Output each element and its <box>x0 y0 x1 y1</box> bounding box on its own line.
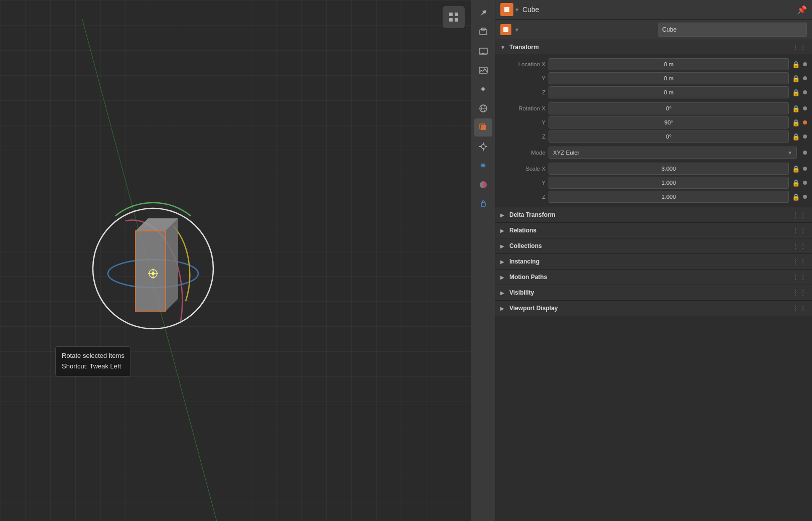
viewport-display-section[interactable]: ▶ Viewport Display ⋮⋮ <box>495 301 812 316</box>
image-icon <box>478 65 488 75</box>
svg-rect-2 <box>449 18 453 22</box>
instancing-arrow-icon: ▶ <box>500 259 506 265</box>
collections-dots: ⋮⋮ <box>792 242 807 250</box>
visibility-section[interactable]: ▶ Visibility ⋮⋮ <box>495 285 812 301</box>
sidebar-item-tools[interactable] <box>474 4 492 22</box>
transform-section-content: Location X 0 m 🔒 Y 0 m 🔒 Z 0 m 🔒 <box>495 54 812 207</box>
tooltip-line1: Rotate selected items <box>62 351 124 361</box>
delta-transform-section[interactable]: ▶ Delta Transform ⋮⋮ <box>495 207 812 223</box>
rotation-z-field[interactable]: 0° <box>549 131 789 143</box>
instancing-dots: ⋮⋮ <box>792 257 807 266</box>
sidebar-item-modifier[interactable] <box>474 138 492 156</box>
properties-panel: ▼ Cube 📌 ▼ ▼ Transform ⋮⋮ <box>495 0 812 521</box>
tooltip-line2: Shortcut: Tweak Left <box>62 361 124 372</box>
location-y-lock-icon[interactable]: 🔒 <box>792 75 800 82</box>
object-name-dropdown[interactable]: ▼ <box>514 27 655 33</box>
scale-y-lock-icon[interactable]: 🔒 <box>792 179 800 187</box>
solar-button[interactable] <box>443 6 465 28</box>
location-z-field[interactable]: 0 m <box>549 86 789 98</box>
physics-icon <box>478 180 488 190</box>
location-z-lock-icon[interactable]: 🔒 <box>792 89 800 96</box>
location-y-field[interactable]: 0 m <box>549 72 789 84</box>
svg-rect-6 <box>136 231 166 311</box>
sidebar-item-scene[interactable] <box>474 23 492 41</box>
transform-section-header[interactable]: ▼ Transform ⋮⋮ <box>495 40 812 54</box>
relations-dots: ⋮⋮ <box>792 226 807 234</box>
object-name-input[interactable] <box>658 23 807 37</box>
sidebar-item-object[interactable] <box>474 118 492 137</box>
mode-dropdown-arrow: ▼ <box>787 150 792 156</box>
rotation-y-label: Y <box>505 119 546 125</box>
relations-arrow-icon: ▶ <box>500 228 506 233</box>
scale-z-field[interactable]: 1.000 <box>549 191 789 203</box>
rotation-x-row: Rotation X 0° 🔒 <box>495 101 812 115</box>
location-x-field[interactable]: 0 m <box>549 58 789 70</box>
transform-section-title: Transform <box>509 44 789 51</box>
world-icon <box>478 103 488 113</box>
object-name-icon <box>500 24 511 35</box>
render-icon <box>478 46 488 56</box>
scale-x-field[interactable]: 3.000 <box>549 163 789 175</box>
viewport-display-arrow-icon: ▶ <box>500 306 506 311</box>
rotation-x-field[interactable]: 0° <box>549 102 789 114</box>
relations-section[interactable]: ▶ Relations ⋮⋮ <box>495 223 812 238</box>
object-name-row: ▼ <box>495 20 812 40</box>
rotation-y-field[interactable]: 90° <box>549 116 789 128</box>
sidebar-item-image[interactable] <box>474 61 492 79</box>
motion-paths-section[interactable]: ▶ Motion Paths ⋮⋮ <box>495 270 812 285</box>
transform-section-dots: ⋮⋮ <box>792 43 807 51</box>
viewport[interactable]: Rotate selected items Shortcut: Tweak Le… <box>0 0 471 521</box>
location-z-label: Z <box>505 89 546 95</box>
mode-label: Mode <box>505 150 546 156</box>
icon-sidebar: ✦ ⁕ <box>471 0 495 521</box>
scale-z-lock-icon[interactable]: 🔒 <box>792 193 800 201</box>
rotation-y-lock-icon[interactable]: 🔒 <box>792 119 800 126</box>
tools-icon <box>478 8 488 18</box>
rotation-y-dot <box>803 120 807 124</box>
svg-rect-30 <box>481 203 485 206</box>
motion-paths-title: Motion Paths <box>509 274 789 281</box>
scale-y-field[interactable]: 1.000 <box>549 177 789 189</box>
location-y-dot <box>803 76 807 80</box>
mode-row: Mode XYZ Euler ▼ <box>495 146 812 160</box>
scale-x-lock-icon[interactable]: 🔒 <box>792 165 800 173</box>
transform-arrow-icon: ▼ <box>500 45 506 50</box>
prop-title: Cube <box>522 6 794 14</box>
svg-rect-32 <box>503 27 508 32</box>
collections-section[interactable]: ▶ Collections ⋮⋮ <box>495 238 812 254</box>
prop-header: ▼ Cube 📌 <box>495 0 812 20</box>
axis-x-line <box>0 321 471 321</box>
pin-button[interactable]: 📌 <box>797 5 807 15</box>
collections-title: Collections <box>509 242 789 249</box>
location-z-dot <box>803 90 807 94</box>
sidebar-item-physics[interactable] <box>474 176 492 194</box>
header-object-icon <box>500 3 513 16</box>
rotation-x-label: Rotation X <box>505 105 546 111</box>
location-x-lock-icon[interactable]: 🔒 <box>792 61 800 68</box>
sidebar-item-world[interactable] <box>474 99 492 117</box>
svg-rect-0 <box>449 13 453 16</box>
rotation-x-dot <box>803 106 807 110</box>
header-dropdown[interactable]: ▼ <box>514 7 519 13</box>
rotate-tooltip: Rotate selected items Shortcut: Tweak Le… <box>55 346 131 376</box>
instancing-section[interactable]: ▶ Instancing ⋮⋮ <box>495 254 812 270</box>
scene-icon <box>478 27 488 37</box>
rotate-gizmo[interactable] <box>85 201 221 336</box>
rotation-z-dot <box>803 135 807 139</box>
sidebar-item-render[interactable] <box>474 42 492 60</box>
svg-marker-8 <box>166 218 178 311</box>
object-icon <box>478 122 488 133</box>
sidebar-item-particles2[interactable]: ⁕ <box>474 157 492 175</box>
scale-x-dot <box>803 167 807 171</box>
location-z-row: Z 0 m 🔒 <box>495 85 812 99</box>
scale-z-row: Z 1.000 🔒 <box>495 190 812 204</box>
mode-dropdown[interactable]: XYZ Euler ▼ <box>549 147 797 159</box>
scale-z-dot <box>803 195 807 199</box>
sidebar-item-constraints[interactable] <box>474 195 492 213</box>
rotation-x-lock-icon[interactable]: 🔒 <box>792 105 800 112</box>
object-name-dropdown-arrow: ▼ <box>514 27 519 33</box>
rotation-z-row: Z 0° 🔒 <box>495 129 812 144</box>
sidebar-item-particles[interactable]: ✦ <box>474 80 492 98</box>
rotation-z-lock-icon[interactable]: 🔒 <box>792 133 800 141</box>
location-x-label: Location X <box>505 61 546 67</box>
